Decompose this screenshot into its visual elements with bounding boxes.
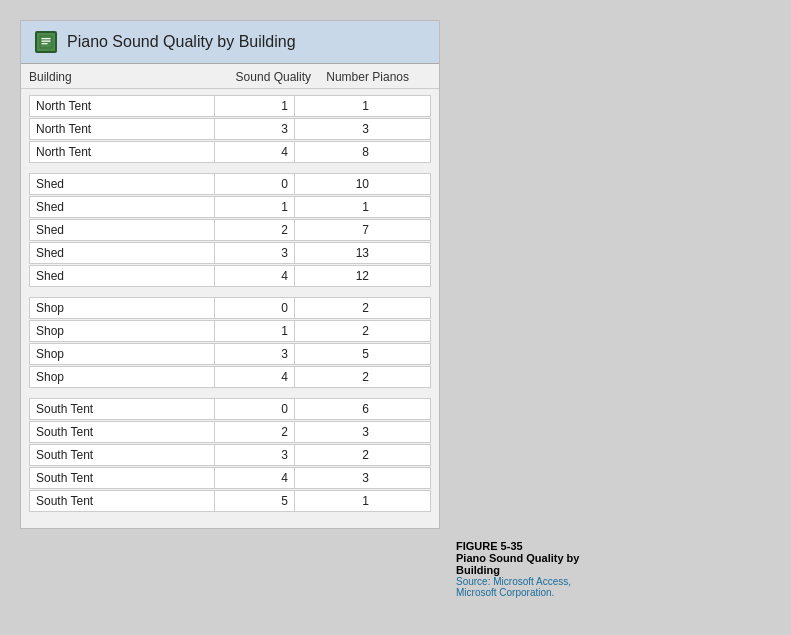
report-header: Piano Sound Quality by Building [21,21,439,64]
cell-building: Shop [30,367,215,387]
figure-label: FIGURE 5-35 [456,540,586,552]
cell-building: North Tent [30,142,215,162]
group-south-tent: South Tent06South Tent23South Tent32Sout… [29,398,431,512]
table-row: North Tent33 [29,118,431,140]
table-row: South Tent32 [29,444,431,466]
cell-pianos: 2 [295,321,375,341]
table-row: South Tent06 [29,398,431,420]
cell-quality: 3 [215,243,295,263]
cell-building: Shop [30,321,215,341]
cell-quality: 4 [215,367,295,387]
source-label: Source: [456,576,490,587]
cell-quality: 1 [215,96,295,116]
cell-building: Shop [30,298,215,318]
cell-quality: 4 [215,266,295,286]
table-row: Shop12 [29,320,431,342]
table-row: South Tent23 [29,421,431,443]
col-header-building: Building [29,70,224,84]
report-container: Piano Sound Quality by Building Building… [20,20,440,529]
svg-rect-2 [42,41,51,42]
cell-pianos: 5 [295,344,375,364]
cell-quality: 0 [215,174,295,194]
table-row: North Tent11 [29,95,431,117]
cell-building: South Tent [30,468,215,488]
cell-pianos: 1 [295,197,375,217]
table-row: South Tent51 [29,490,431,512]
table-row: Shed412 [29,265,431,287]
cell-pianos: 10 [295,174,375,194]
report-icon [35,31,57,53]
cell-pianos: 1 [295,491,375,511]
cell-quality: 1 [215,321,295,341]
cell-building: South Tent [30,491,215,511]
group-shop: Shop02Shop12Shop35Shop42 [29,297,431,388]
cell-pianos: 12 [295,266,375,286]
cell-pianos: 1 [295,96,375,116]
cell-quality: 3 [215,119,295,139]
group-north-tent: North Tent11North Tent33North Tent48 [29,95,431,163]
page-wrapper: Piano Sound Quality by Building Building… [20,20,771,598]
cell-building: Shed [30,220,215,240]
cell-pianos: 3 [295,422,375,442]
cell-building: South Tent [30,422,215,442]
column-headers: Building Sound Quality Number Pianos [21,64,439,89]
cell-building: North Tent [30,96,215,116]
cell-quality: 2 [215,220,295,240]
svg-rect-3 [42,43,48,44]
cell-building: Shed [30,197,215,217]
col-header-quality: Sound Quality [224,70,319,84]
table-row: Shed010 [29,173,431,195]
cell-building: Shed [30,266,215,286]
cell-quality: 3 [215,445,295,465]
group-shed: Shed010Shed11Shed27Shed313Shed412 [29,173,431,287]
report-title: Piano Sound Quality by Building [67,33,296,51]
cell-pianos: 7 [295,220,375,240]
cell-pianos: 2 [295,298,375,318]
table-row: Shed11 [29,196,431,218]
cell-building: South Tent [30,445,215,465]
cell-pianos: 8 [295,142,375,162]
cell-quality: 4 [215,468,295,488]
cell-building: Shed [30,174,215,194]
table-row: South Tent43 [29,467,431,489]
cell-quality: 1 [215,197,295,217]
cell-quality: 4 [215,142,295,162]
table-row: Shed313 [29,242,431,264]
cell-pianos: 13 [295,243,375,263]
cell-quality: 5 [215,491,295,511]
table-row: Shop42 [29,366,431,388]
col-header-pianos: Number Pianos [319,70,409,84]
table-row: Shed27 [29,219,431,241]
cell-quality: 3 [215,344,295,364]
cell-pianos: 2 [295,445,375,465]
cell-pianos: 2 [295,367,375,387]
table-row: Shop35 [29,343,431,365]
figure-caption: FIGURE 5-35 Piano Sound Quality by Build… [456,540,586,598]
figure-title: Piano Sound Quality by Building [456,552,586,576]
svg-rect-0 [40,36,52,48]
figure-source: Source: Microsoft Access, Microsoft Corp… [456,576,586,598]
cell-quality: 2 [215,422,295,442]
report-body: North Tent11North Tent33North Tent48Shed… [21,89,439,528]
cell-quality: 0 [215,298,295,318]
cell-building: Shed [30,243,215,263]
cell-pianos: 6 [295,399,375,419]
cell-pianos: 3 [295,468,375,488]
cell-building: South Tent [30,399,215,419]
cell-pianos: 3 [295,119,375,139]
svg-rect-1 [42,38,51,39]
cell-building: North Tent [30,119,215,139]
cell-building: Shop [30,344,215,364]
table-row: North Tent48 [29,141,431,163]
cell-quality: 0 [215,399,295,419]
table-row: Shop02 [29,297,431,319]
